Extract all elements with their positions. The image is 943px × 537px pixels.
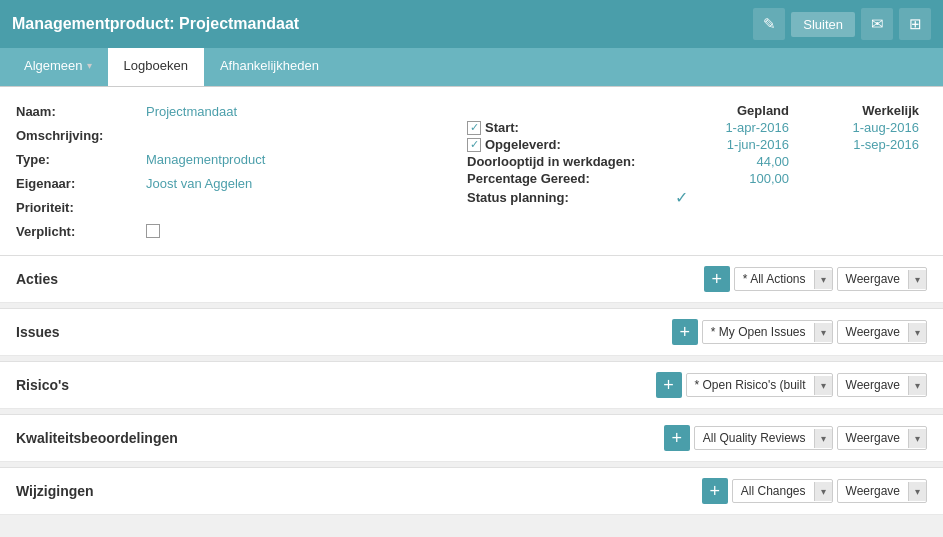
filter-label-kwaliteitsbeoordelingen: All Quality Reviews xyxy=(695,427,814,449)
status-row: Status planning: xyxy=(467,190,667,205)
view-dropdown-issues: Weergave ▾ xyxy=(837,320,927,344)
section-controls-wijzigingen: + All Changes ▾ Weergave ▾ xyxy=(702,478,927,504)
opgeleverd-checkbox[interactable] xyxy=(467,138,481,152)
section-controls-issues: + * My Open Issues ▾ Weergave ▾ xyxy=(672,319,927,345)
omschrijving-row: Omschrijving: xyxy=(16,123,467,147)
tabs-bar: Algemeen ▾ Logboeken Afhankelijkheden xyxy=(0,48,943,87)
eigenaar-row: Eigenaar: Joost van Aggelen xyxy=(16,171,467,195)
view-arrow-risicos[interactable]: ▾ xyxy=(908,376,926,395)
section-row-risicos: Risico's + * Open Risico's (built ▾ Weer… xyxy=(0,362,943,409)
start-row: Start: xyxy=(467,120,667,135)
add-btn-risicos[interactable]: + xyxy=(656,372,682,398)
view-dropdown-acties: Weergave ▾ xyxy=(837,267,927,291)
section-controls-risicos: + * Open Risico's (built ▾ Weergave ▾ xyxy=(656,372,927,398)
view-dropdown-kwaliteitsbeoordelingen: Weergave ▾ xyxy=(837,426,927,450)
filter-dropdown-kwaliteitsbeoordelingen: All Quality Reviews ▾ xyxy=(694,426,833,450)
filter-label-issues: * My Open Issues xyxy=(703,321,814,343)
main-content: Naam: Projectmandaat Omschrijving: Type:… xyxy=(0,87,943,515)
view-label-wijzigingen: Weergave xyxy=(838,480,908,502)
add-btn-wijzigingen[interactable]: + xyxy=(702,478,728,504)
view-arrow-acties[interactable]: ▾ xyxy=(908,270,926,289)
view-label-acties: Weergave xyxy=(838,268,908,290)
filter-label-acties: * All Actions xyxy=(735,268,814,290)
info-right: Gepland Werkelijk Start: 1-apr-2016 1-au… xyxy=(467,99,927,243)
add-btn-issues[interactable]: + xyxy=(672,319,698,345)
header-actions: ✎ Sluiten ✉ ⊞ xyxy=(753,8,931,40)
edit-button[interactable]: ✎ xyxy=(753,8,785,40)
view-dropdown-wijzigingen: Weergave ▾ xyxy=(837,479,927,503)
filter-arrow-issues[interactable]: ▾ xyxy=(814,323,832,342)
tab-afhankelijkheden[interactable]: Afhankelijkheden xyxy=(204,48,335,86)
type-row: Type: Managementproduct xyxy=(16,147,467,171)
view-label-issues: Weergave xyxy=(838,321,908,343)
section-row-wijzigingen: Wijzigingen + All Changes ▾ Weergave ▾ xyxy=(0,468,943,515)
doorlooptijd-row: Doorlooptijd in werkdagen: xyxy=(467,154,667,169)
filter-dropdown-issues: * My Open Issues ▾ xyxy=(702,320,833,344)
prioriteit-row: Prioriteit: xyxy=(16,195,467,219)
filter-arrow-risicos[interactable]: ▾ xyxy=(814,376,832,395)
tab-algemeen[interactable]: Algemeen ▾ xyxy=(8,48,108,86)
email-button[interactable]: ✉ xyxy=(861,8,893,40)
section-controls-acties: + * All Actions ▾ Weergave ▾ xyxy=(704,266,927,292)
filter-dropdown-wijzigingen: All Changes ▾ xyxy=(732,479,833,503)
view-dropdown-risicos: Weergave ▾ xyxy=(837,373,927,397)
filter-dropdown-acties: * All Actions ▾ xyxy=(734,267,833,291)
info-left: Naam: Projectmandaat Omschrijving: Type:… xyxy=(16,99,467,243)
view-arrow-issues[interactable]: ▾ xyxy=(908,323,926,342)
section-title-risicos: Risico's xyxy=(16,377,656,393)
section-title-kwaliteitsbeoordelingen: Kwaliteitsbeoordelingen xyxy=(16,430,664,446)
filter-label-risicos: * Open Risico's (built xyxy=(687,374,814,396)
section-row-kwaliteitsbeoordelingen: Kwaliteitsbeoordelingen + All Quality Re… xyxy=(0,415,943,462)
add-btn-acties[interactable]: + xyxy=(704,266,730,292)
close-button[interactable]: Sluiten xyxy=(791,12,855,37)
sections-container: Acties + * All Actions ▾ Weergave ▾ Issu… xyxy=(0,256,943,515)
filter-arrow-wijzigingen[interactable]: ▾ xyxy=(814,482,832,501)
chevron-down-icon: ▾ xyxy=(87,60,92,71)
filter-label-wijzigingen: All Changes xyxy=(733,480,814,502)
opgeleverd-row: Opgeleverd: xyxy=(467,137,667,152)
page-header: Managementproduct: Projectmandaat ✎ Slui… xyxy=(0,0,943,48)
filter-arrow-acties[interactable]: ▾ xyxy=(814,270,832,289)
section-title-acties: Acties xyxy=(16,271,704,287)
section-controls-kwaliteitsbeoordelingen: + All Quality Reviews ▾ Weergave ▾ xyxy=(664,425,927,451)
naam-row: Naam: Projectmandaat xyxy=(16,99,467,123)
tab-logboeken[interactable]: Logboeken xyxy=(108,48,204,86)
view-label-risicos: Weergave xyxy=(838,374,908,396)
section-row-acties: Acties + * All Actions ▾ Weergave ▾ xyxy=(0,256,943,303)
info-section: Naam: Projectmandaat Omschrijving: Type:… xyxy=(0,87,943,256)
view-arrow-wijzigingen[interactable]: ▾ xyxy=(908,482,926,501)
status-check-icon: ✓ xyxy=(675,189,688,206)
section-title-issues: Issues xyxy=(16,324,672,340)
page-title: Managementproduct: Projectmandaat xyxy=(12,15,299,33)
percentage-row: Percentage Gereed: xyxy=(467,171,667,186)
section-title-wijzigingen: Wijzigingen xyxy=(16,483,702,499)
filter-dropdown-risicos: * Open Risico's (built ▾ xyxy=(686,373,833,397)
verplicht-row: Verplicht: xyxy=(16,219,467,243)
verplicht-checkbox[interactable] xyxy=(146,224,160,238)
view-label-kwaliteitsbeoordelingen: Weergave xyxy=(838,427,908,449)
add-btn-kwaliteitsbeoordelingen[interactable]: + xyxy=(664,425,690,451)
filter-arrow-kwaliteitsbeoordelingen[interactable]: ▾ xyxy=(814,429,832,448)
start-checkbox[interactable] xyxy=(467,121,481,135)
section-row-issues: Issues + * My Open Issues ▾ Weergave ▾ xyxy=(0,309,943,356)
grid-button[interactable]: ⊞ xyxy=(899,8,931,40)
view-arrow-kwaliteitsbeoordelingen[interactable]: ▾ xyxy=(908,429,926,448)
